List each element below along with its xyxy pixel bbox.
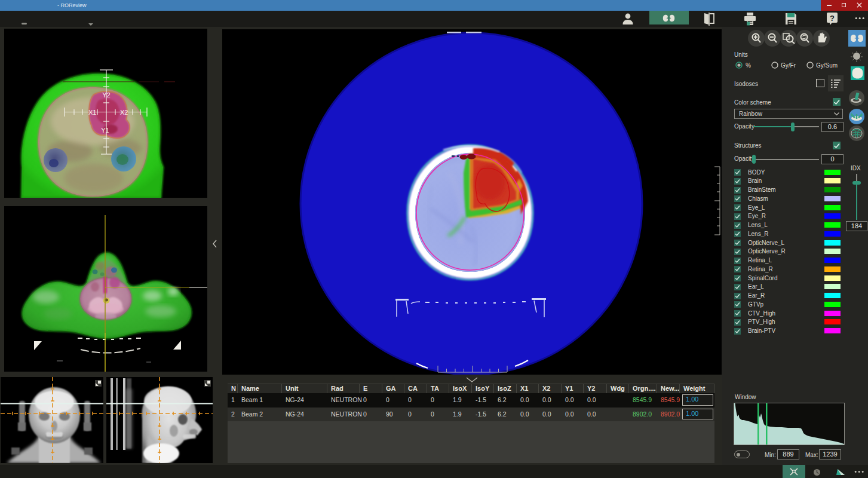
svg-text:X2: X2 [120,109,128,116]
svg-text:?: ? [830,14,835,23]
svg-text:Y2: Y2 [102,91,110,99]
svg-text:Y1: Y1 [101,127,109,134]
svg-text:X1: X1 [88,109,96,116]
